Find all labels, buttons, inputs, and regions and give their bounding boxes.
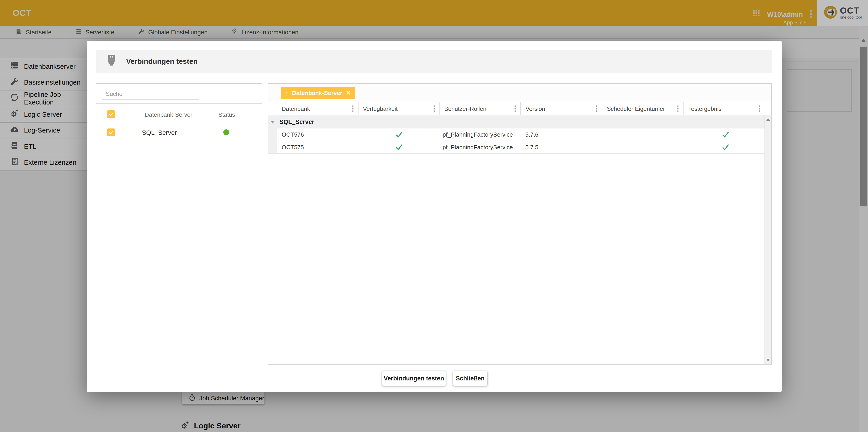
column-menu-icon[interactable]: [758, 104, 761, 113]
column-benutzer-rollen: Benutzer-Rollen: [440, 102, 521, 115]
connections-grid: ↑ Datenbank-Server ✕ Datenbank Verfügbar…: [268, 83, 772, 365]
app-root: OCT W10\admin App 5.7.6 OCT: [0, 0, 868, 432]
remove-group-icon[interactable]: ✕: [346, 90, 351, 96]
group-by-bar: ↑ Datenbank-Server ✕: [268, 84, 771, 102]
column-menu-icon[interactable]: [432, 104, 436, 113]
sort-asc-icon[interactable]: ↑: [285, 89, 288, 96]
availability-check-icon: [360, 141, 438, 153]
search-input[interactable]: [102, 88, 199, 99]
server-list-panel: Datenbank-Server Status SQL_Server: [96, 83, 262, 363]
collapse-group-icon[interactable]: [270, 120, 275, 123]
column-menu-icon[interactable]: [676, 104, 680, 113]
column-header: Datenbank-Server: [145, 111, 192, 118]
scroll-up-icon[interactable]: [766, 118, 770, 121]
column-menu-icon[interactable]: [514, 104, 517, 113]
test-connections-button[interactable]: Verbindungen testen: [382, 371, 446, 386]
test-connections-dialog: Verbindungen testen Datenbank-Server Sta…: [87, 41, 782, 392]
row-checkbox[interactable]: [107, 128, 115, 136]
scroll-down-icon[interactable]: [766, 359, 770, 362]
grid-scrollbar[interactable]: [765, 115, 771, 364]
status-online-indicator: [223, 129, 229, 135]
test-result-check-icon: [686, 141, 765, 153]
server-row-sql-server[interactable]: SQL_Server: [96, 126, 262, 139]
column-scheduler-eigentuemer: Scheduler Eigentümer: [602, 102, 684, 115]
column-verfuegbarkeit: Verfügbarkeit: [359, 102, 440, 115]
close-button[interactable]: Schließen: [453, 371, 487, 386]
column-header: Status: [218, 111, 235, 118]
column-version: Version: [521, 102, 602, 115]
dialog-title: Verbindungen testen: [126, 57, 198, 65]
column-testergebnis: Testergebnis: [684, 102, 765, 115]
grid-header: Datenbank Verfügbarkeit Benutzer-Rollen …: [268, 102, 765, 115]
availability-check-icon: [360, 128, 438, 141]
test-result-check-icon: [686, 128, 765, 141]
column-menu-icon[interactable]: [595, 104, 598, 113]
group-row-sql-server[interactable]: SQL_Server: [268, 115, 765, 128]
grid-row-oct576[interactable]: OCT576 pf_PlanningFactoryService 5.7.6: [268, 128, 765, 141]
server-list-header: Datenbank-Server Status: [96, 103, 262, 125]
plug-icon: [107, 54, 116, 69]
column-menu-icon[interactable]: [351, 104, 354, 113]
select-all-checkbox[interactable]: [107, 110, 115, 118]
dialog-header: Verbindungen testen: [96, 50, 772, 73]
column-datenbank: Datenbank: [277, 102, 359, 115]
grid-row-oct575[interactable]: OCT575 pf_PlanningFactoryService 5.7.5: [268, 141, 765, 154]
group-chip-datenbank-server[interactable]: ↑ Datenbank-Server ✕: [281, 87, 355, 99]
